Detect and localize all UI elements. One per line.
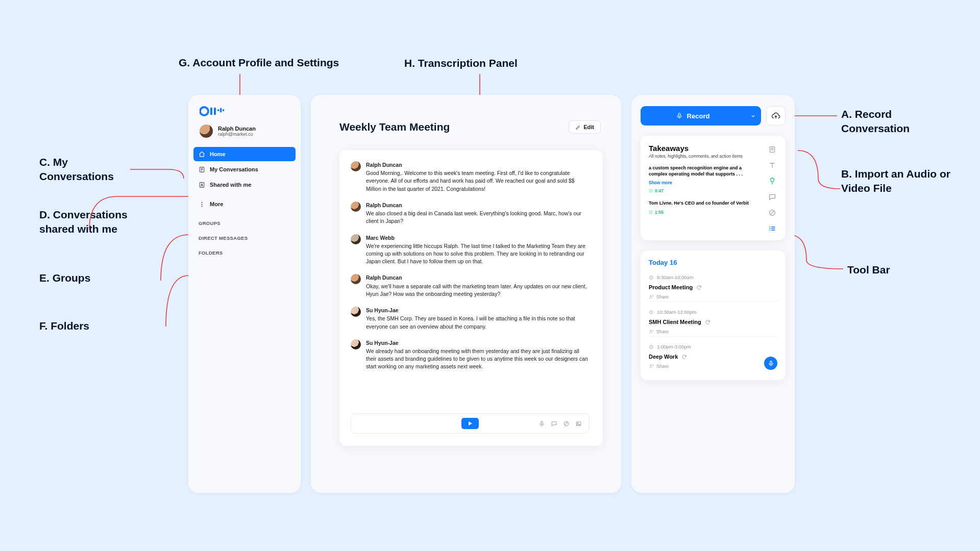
annotation-e: E. Groups	[39, 271, 90, 285]
transcription-panel: Weekly Team Meeting Edit Ralph DuncanGoo…	[311, 95, 621, 493]
record-button[interactable]: Record	[641, 106, 761, 126]
speaker-name: Ralph Duncan	[366, 202, 590, 209]
svg-point-0	[200, 107, 208, 115]
calendar-event[interactable]: 8:30am-10:00amProduct MeetingShare	[649, 271, 777, 302]
event-share[interactable]: Share	[649, 329, 777, 334]
svg-rect-28	[770, 361, 771, 364]
import-file-button[interactable]	[766, 106, 786, 126]
speaker-name: Su Hyun-Jae	[366, 339, 590, 347]
takeaways-ts-1[interactable]: 0:47	[649, 188, 760, 193]
shared-icon	[199, 182, 205, 188]
svg-point-15	[577, 422, 578, 423]
svg-point-20	[769, 228, 770, 229]
section-groups[interactable]: GROUPS	[188, 211, 301, 226]
calendar-record-fab[interactable]	[764, 357, 777, 370]
annotation-h: H. Transcription Panel	[404, 56, 518, 70]
show-more-link[interactable]: Show more	[649, 180, 760, 185]
clock-icon	[649, 310, 654, 315]
nav-more[interactable]: More	[193, 197, 296, 211]
sidebar-panel: Ralph Duncan ralph@market.co Home My Con…	[188, 95, 301, 493]
speaker-avatar	[351, 234, 361, 244]
image-icon[interactable]	[575, 420, 582, 427]
annotation-c: C. My Conversations	[39, 155, 126, 184]
doc-lines-icon	[199, 166, 205, 173]
chevron-down-icon	[750, 113, 756, 119]
profile-email: ralph@market.co	[218, 132, 256, 137]
nav-my-conversations[interactable]: My Conversations	[193, 162, 296, 177]
comment-icon[interactable]	[551, 420, 557, 427]
transcript-entry[interactable]: Ralph DuncanGood Morning,. Welcome to th…	[351, 161, 590, 193]
tool-skip-icon[interactable]	[768, 208, 777, 217]
play-button[interactable]	[461, 418, 479, 429]
svg-rect-16	[678, 113, 680, 116]
svg-point-19	[769, 227, 770, 228]
svg-point-9	[202, 202, 203, 203]
speaker-name: Marc Webb	[366, 234, 590, 242]
pencil-icon	[575, 124, 581, 130]
entry-text: Good Morning,. Welcome to this week's te…	[366, 170, 575, 191]
svg-rect-4	[220, 108, 222, 113]
svg-point-8	[201, 184, 202, 185]
transcript-entry[interactable]: Su Hyun-JaeYes, the SMH Corp. They are b…	[351, 307, 590, 331]
mic-fab-icon	[768, 360, 774, 367]
annotation-d: D. Conversations shared with me	[39, 208, 152, 237]
sync-icon	[696, 285, 702, 290]
mic-icon[interactable]	[538, 420, 545, 427]
svg-point-11	[202, 206, 203, 207]
more-vertical-icon	[199, 201, 205, 208]
nav-shared[interactable]: Shared with me	[193, 178, 296, 192]
tool-list-icon[interactable]	[768, 224, 777, 233]
tool-notes-icon[interactable]	[768, 145, 777, 154]
toolbar	[765, 144, 779, 233]
speaker-name: Ralph Duncan	[366, 161, 590, 169]
event-share[interactable]: Share	[649, 364, 777, 369]
svg-point-21	[769, 230, 770, 231]
annotation-a: A. Record Conversation	[841, 107, 943, 136]
svg-point-23	[650, 295, 652, 297]
edit-button[interactable]: Edit	[569, 120, 601, 134]
annotation-g: G. Account Profile and Settings	[179, 56, 339, 70]
nav-shared-label: Shared with me	[210, 182, 251, 188]
svg-rect-2	[214, 108, 216, 115]
account-profile[interactable]: Ralph Duncan ralph@market.co	[188, 121, 301, 145]
record-dropdown[interactable]	[745, 113, 761, 119]
svg-point-27	[650, 365, 652, 366]
transcript-entry[interactable]: Marc WebbWe're experiencing little hiccu…	[351, 234, 590, 266]
calendar-event[interactable]: 10:30am-12:00pmSMH Client MeetingShare	[649, 302, 777, 336]
entry-text: Okay, we'll have a separate call with th…	[366, 283, 587, 297]
takeaways-ts-2[interactable]: 1:55	[649, 210, 760, 215]
tool-comment-icon[interactable]	[768, 192, 777, 202]
speaker-avatar	[351, 202, 361, 212]
nav-home[interactable]: Home	[193, 147, 296, 161]
calendar-event[interactable]: 1:00pm-3:00pmDeep WorkShare	[649, 336, 777, 371]
event-time: 8:30am-10:00am	[649, 274, 777, 280]
entry-text: We're experiencing little hiccups Ralph.…	[366, 243, 585, 264]
circle-slash-icon[interactable]	[563, 420, 570, 427]
svg-point-10	[202, 204, 203, 205]
clock-icon	[649, 344, 654, 349]
transcript-entry[interactable]: Su Hyun-JaeWe already had an onboarding …	[351, 339, 590, 371]
speaker-avatar	[351, 161, 361, 171]
speaker-name: Ralph Duncan	[366, 274, 590, 282]
takeaways-subtitle: All notes, highlights, comments, and act…	[649, 154, 760, 159]
section-folders[interactable]: FOLDERS	[188, 241, 301, 256]
calendar-title: Today 16	[649, 259, 777, 266]
annotation-f: F. Folders	[39, 319, 89, 333]
calendar-card: Today 16 8:30am-10:00amProduct MeetingSh…	[641, 251, 786, 380]
sync-icon	[705, 319, 710, 325]
edit-label: Edit	[583, 124, 594, 130]
event-time: 10:30am-12:00pm	[649, 309, 777, 315]
takeaways-note-2: Tom Livne. He's CEO and co founder of Ve…	[649, 201, 760, 207]
transcript-entry[interactable]: Ralph DuncanWe also closed a big deal in…	[351, 202, 590, 226]
cloud-upload-icon	[771, 111, 780, 120]
tool-text-icon[interactable]	[768, 161, 777, 170]
profile-name: Ralph Duncan	[218, 126, 256, 132]
transcript-entry[interactable]: Ralph DuncanOkay, we'll have a separate …	[351, 274, 590, 298]
right-panel: Record Takeaways All notes, highlig	[631, 95, 795, 493]
clock-icon	[649, 275, 654, 280]
event-share[interactable]: Share	[649, 294, 777, 299]
section-dm[interactable]: DIRECT MESSAGES	[188, 226, 301, 241]
tool-highlight-icon[interactable]	[768, 177, 777, 186]
event-title: Deep Work	[649, 354, 678, 360]
svg-rect-5	[223, 109, 224, 111]
